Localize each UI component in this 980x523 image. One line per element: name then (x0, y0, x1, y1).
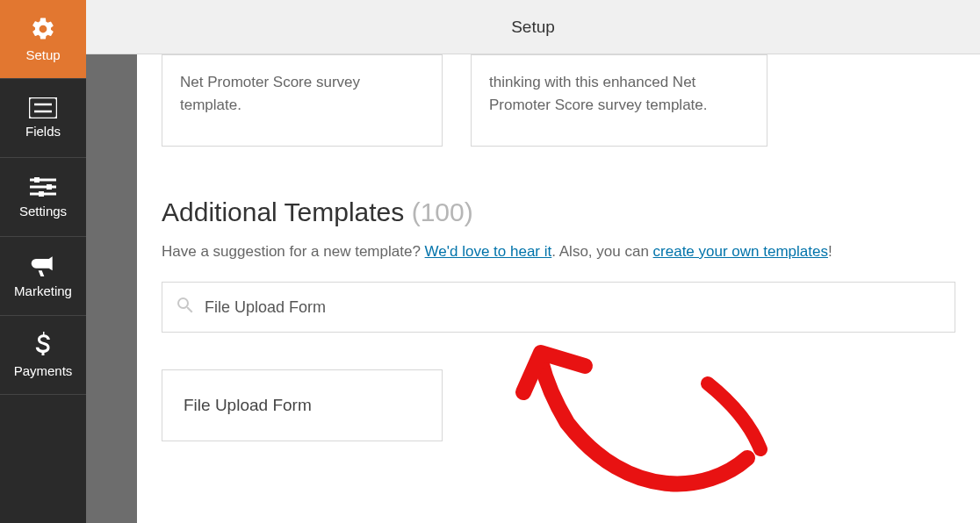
template-result-file-upload[interactable]: File Upload Form (162, 369, 443, 441)
sidebar-item-payments[interactable]: Payments (0, 316, 86, 395)
template-search[interactable] (162, 282, 955, 333)
suggestion-prefix: Have a suggestion for a new template? (162, 243, 425, 260)
sidebar-item-label: Fields (25, 124, 61, 139)
sliders-icon (30, 176, 56, 198)
list-icon (29, 97, 57, 118)
section-title-text: Additional Templates (162, 197, 404, 226)
template-card-nps[interactable]: Net Promoter Score survey template. (162, 54, 443, 147)
page-header: Setup (86, 0, 980, 54)
suggestion-link-hear[interactable]: We'd love to hear it (425, 243, 552, 260)
section-title: Additional Templates (100) (162, 197, 955, 227)
sidebar-item-label: Setup (25, 47, 60, 62)
bullhorn-icon (29, 254, 57, 278)
template-result-label: File Upload Form (184, 396, 312, 415)
sidebar-item-marketing[interactable]: Marketing (0, 237, 86, 316)
suggestion-mid: . Also, you can (551, 243, 652, 260)
sidebar-item-setup[interactable]: Setup (0, 0, 86, 79)
sidebar-item-label: Payments (14, 363, 73, 378)
sidebar-item-fields[interactable]: Fields (0, 79, 86, 158)
page-title: Setup (511, 18, 555, 37)
svg-rect-4 (34, 177, 40, 183)
arrow-annotation (506, 318, 787, 519)
content-area: Net Promoter Score survey template. thin… (137, 54, 980, 523)
svg-rect-0 (29, 97, 57, 118)
dollar-icon (34, 332, 52, 358)
search-input[interactable] (205, 298, 942, 317)
sidebar-item-label: Settings (19, 204, 67, 219)
sidebar-item-label: Marketing (14, 283, 72, 298)
suggestion-link-create[interactable]: create your own templates (653, 243, 828, 260)
gear-icon (30, 16, 56, 42)
template-card-description: thinking with this enhanced Net Promoter… (489, 74, 707, 113)
sidebar-item-settings[interactable]: Settings (0, 158, 86, 237)
svg-rect-8 (39, 191, 44, 197)
suggestion-suffix: ! (828, 243, 832, 260)
template-count: (100) (412, 197, 473, 226)
template-card-description: Net Promoter Score survey template. (180, 74, 360, 113)
template-card-nps-enhanced[interactable]: thinking with this enhanced Net Promoter… (471, 54, 767, 147)
sidebar: Setup Fields Settings Marketing Payments (0, 0, 86, 523)
search-icon (175, 295, 196, 319)
suggestion-text: Have a suggestion for a new template? We… (162, 243, 955, 261)
svg-rect-6 (47, 184, 52, 190)
